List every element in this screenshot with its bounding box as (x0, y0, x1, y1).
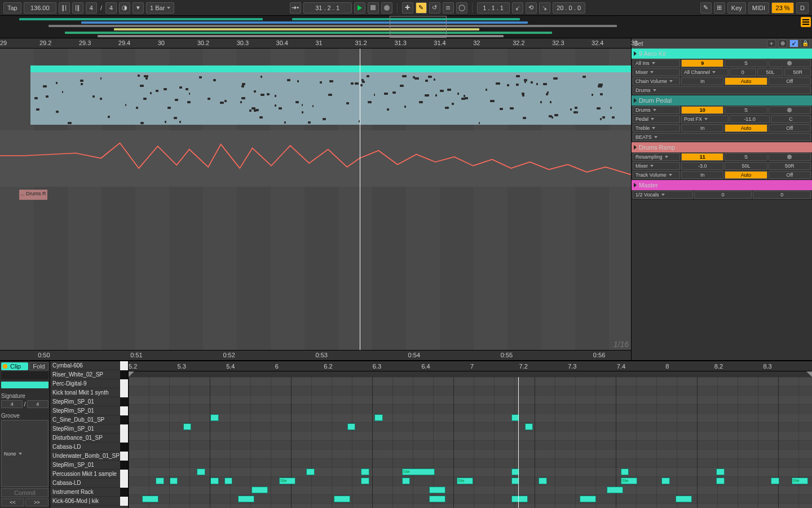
track-name[interactable]: Master (639, 182, 658, 189)
arrangement-view[interactable]: 2929.229.329.43030.230.330.43131.231.331… (0, 38, 632, 360)
keyboard-button[interactable]: ⊞ (714, 2, 725, 14)
key-map-button[interactable]: Key (727, 2, 746, 14)
automation-curve[interactable] (0, 143, 631, 174)
midi-note-editor[interactable]: 5.25.35.466.26.36.477.27.37.488.28.38.4 … (129, 361, 812, 508)
track-name[interactable]: Drums Rsmp (639, 144, 675, 151)
beat-ruler[interactable]: 2929.229.329.43030.230.330.43131.231.331… (0, 38, 631, 49)
arrangement-playhead[interactable] (360, 49, 360, 350)
note-grid[interactable]: SteSteSteSteSte (129, 377, 812, 508)
track-header-pedal[interactable]: Drum PedalDrums10SPedalPost FX-11.0CTreb… (632, 95, 812, 142)
monitor-off-button[interactable]: Off (769, 171, 811, 179)
piano-key[interactable] (120, 452, 128, 461)
piano-key[interactable] (120, 424, 128, 433)
piano-key[interactable] (120, 379, 128, 388)
piano-key[interactable] (120, 370, 128, 379)
draw-mode-button[interactable]: ✎ (700, 2, 712, 14)
midi-note[interactable] (197, 468, 205, 475)
midi-note[interactable] (238, 496, 254, 502)
midi-note[interactable] (511, 496, 528, 502)
monitor-off-button[interactable]: Off (769, 77, 811, 85)
track-header-aero[interactable]: 9 Aero KitAll Ins9SMixerAll Channel050L5… (632, 49, 812, 95)
song-position[interactable]: 31 . 2 . 1 (303, 2, 352, 14)
midi-note[interactable]: Ste (621, 478, 637, 484)
fold-button[interactable]: Fold (29, 362, 48, 370)
monitor-in-button[interactable]: In (681, 77, 723, 85)
clip-beat-ruler[interactable]: 5.25.35.466.26.36.477.27.37.488.28.38.4 (129, 361, 812, 371)
piano-key[interactable] (120, 497, 128, 506)
arm-button[interactable] (769, 59, 811, 67)
monitor-auto-button[interactable]: Auto (725, 124, 767, 132)
routing-select[interactable]: Resampling (633, 153, 680, 161)
track-name[interactable]: 9 Aero Kit (639, 50, 666, 57)
midi-map-button[interactable]: MIDI (748, 2, 769, 14)
piano-key[interactable] (120, 479, 128, 488)
midi-note[interactable] (580, 496, 596, 502)
loop-button[interactable]: ⟲ (526, 2, 537, 14)
fold-icon[interactable] (634, 98, 637, 103)
loop-length[interactable]: 20 . 0 . 0 (553, 2, 585, 14)
track-name[interactable]: Drum Pedal (639, 97, 672, 104)
pan-left[interactable]: 50L (725, 162, 767, 170)
track-value[interactable]: 11 (681, 153, 723, 161)
midi-note[interactable] (183, 423, 192, 430)
automation-target-select[interactable]: Mixer (633, 68, 680, 76)
midi-note[interactable] (210, 478, 219, 484)
piano-key[interactable] (120, 406, 128, 415)
midi-note[interactable] (539, 478, 547, 484)
pan-center[interactable]: C (771, 115, 811, 123)
audio-clip-drums-rsmp[interactable]: ... Drums R (19, 190, 47, 200)
metronome-menu[interactable]: ▾ (133, 2, 144, 14)
prev-clip-button[interactable]: << (1, 498, 24, 506)
piano-key[interactable] (120, 397, 128, 406)
piano-key[interactable] (120, 443, 128, 452)
time-sig-den[interactable]: 4 (105, 2, 117, 14)
piano-key[interactable] (120, 361, 128, 370)
monitor-in-button[interactable]: In (681, 171, 723, 179)
drum-row[interactable]: StepRim_SP_01 (50, 406, 128, 415)
midi-note[interactable] (361, 468, 369, 475)
track-header-rsmp[interactable]: Drums RsmpResampling11SMixer-3.050L50RTr… (632, 142, 812, 180)
routing-select[interactable]: All Channel (681, 68, 729, 76)
clip-sig-num[interactable]: 4 (1, 400, 23, 408)
drum-row[interactable]: Cabasa-LD (50, 479, 128, 488)
midi-note[interactable] (771, 478, 779, 484)
drum-row[interactable]: StepRim_SP_01 (50, 424, 128, 433)
piano-key[interactable] (120, 433, 128, 443)
piano-key[interactable] (120, 470, 128, 479)
loop-brace-lane[interactable] (129, 371, 812, 377)
routing-select[interactable]: Post FX (681, 115, 729, 123)
track-value[interactable]: -3.0 (681, 162, 723, 170)
drum-row[interactable]: C_Sine_Dub_01_SP (50, 415, 128, 424)
pan-right[interactable]: 50R (769, 162, 811, 170)
next-clip-button[interactable]: >> (25, 498, 48, 506)
solo-button[interactable]: S (725, 153, 767, 161)
pan-right[interactable]: 50R (784, 68, 811, 76)
automation-target-select[interactable]: Mixer (633, 162, 680, 170)
drum-row[interactable]: Kick-606-Mod | kik (50, 497, 128, 506)
piano-key[interactable] (120, 415, 128, 424)
clip-name-field[interactable] (1, 371, 48, 379)
routing-select[interactable]: Drums (633, 106, 680, 114)
routing-select[interactable]: Drums (633, 86, 811, 94)
drum-row[interactable]: StepRim_SP_01 (50, 397, 128, 406)
rec-quantize-select[interactable]: 1 Bar (146, 2, 174, 14)
track-value[interactable]: 10 (681, 106, 723, 114)
arm-button[interactable] (769, 153, 811, 161)
punch-out-button[interactable]: ⭸ (539, 2, 550, 14)
automation-target-select[interactable]: Chain Volume (633, 77, 680, 85)
punch-in-button[interactable]: ⭹ (512, 2, 523, 14)
groove-commit-button[interactable]: Commit (1, 488, 48, 497)
stop-button[interactable] (368, 2, 379, 14)
lock-envelopes-button[interactable]: 🔒 (801, 40, 810, 47)
fold-icon[interactable] (634, 183, 637, 187)
clip-playhead[interactable] (518, 377, 519, 508)
midi-note[interactable]: Ste (402, 468, 435, 475)
capture-button[interactable]: ⧈ (443, 2, 454, 14)
automation-target-select[interactable]: Treble (633, 124, 680, 132)
routing-select[interactable]: BEATS (633, 133, 811, 141)
midi-note[interactable] (361, 478, 369, 484)
midi-note[interactable] (621, 468, 629, 475)
midi-note[interactable] (716, 468, 725, 475)
time-ruler[interactable]: 0:500:510:520:530:540:550:56 (0, 350, 631, 360)
time-sig-num[interactable]: 4 (86, 2, 97, 14)
